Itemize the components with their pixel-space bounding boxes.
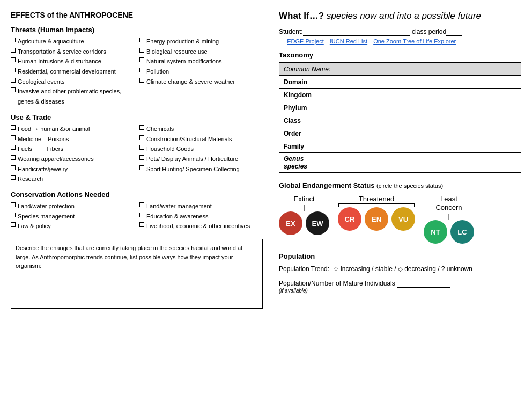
checkbox-icon	[11, 57, 16, 62]
table-row: Family	[279, 140, 521, 153]
use-col2: Chemicals Construction/Structural Materi…	[139, 124, 263, 184]
checkbox-icon	[11, 87, 16, 92]
taxonomy-table: Common Name: Domain Kingdom Phylum Class…	[279, 62, 521, 173]
list-item: Construction/Structural Materials	[139, 134, 263, 144]
list-item: Agriculture & aquaculture	[11, 36, 134, 47]
checkbox-icon	[11, 165, 16, 170]
checkbox-icon	[11, 68, 16, 72]
one-zoom-link[interactable]: One Zoom Tree of Life Explorer	[373, 38, 456, 45]
list-item: Chemicals	[139, 124, 263, 134]
checkbox-icon	[139, 165, 144, 170]
status-badge-ew: EW	[306, 211, 329, 235]
page-title: What If…? species now and into a possibl…	[279, 11, 521, 21]
order-label: Order	[279, 127, 333, 140]
least-concern-tick: |	[448, 213, 449, 220]
endangerment-section: Global Endangerment Status (circle the s…	[279, 181, 521, 244]
list-item: Biological resource use	[139, 47, 263, 57]
checkbox-icon	[11, 202, 16, 207]
order-value[interactable]	[333, 127, 521, 140]
list-item: Wearing apparel/accessories	[11, 154, 134, 164]
class-period-label: class period	[412, 28, 446, 35]
endangerment-note: (circle the species status)	[376, 182, 443, 189]
list-item: Research	[11, 174, 134, 184]
list-item: Handicrafts/jewelry	[11, 164, 134, 174]
list-item: Invasive and other problematic species, …	[11, 86, 134, 106]
left-panel: EFFECTS of the ANTHROPOCENE Threats (Hum…	[11, 11, 263, 391]
list-item: Residential, commercial development	[11, 67, 134, 77]
edge-project-link[interactable]: EDGE Project	[287, 38, 323, 45]
list-item: Household Goods	[139, 144, 263, 154]
population-title: Population	[279, 252, 521, 260]
list-item: Land/water management	[139, 201, 263, 211]
population-number-label: Population/Number of Mature Individuals	[279, 280, 395, 287]
iucn-red-list-link[interactable]: IUCN Red List	[330, 38, 367, 45]
threatened-label: Threatened	[359, 195, 395, 203]
list-item: Pets/ Display Animals / Horticulture	[139, 154, 263, 164]
family-value[interactable]	[333, 140, 521, 153]
class-period-field[interactable]	[446, 28, 462, 36]
genus-species-label: Genus species	[279, 153, 333, 173]
threats-title: Threats (Human Impacts)	[11, 26, 263, 34]
title-bold: What If…?	[279, 11, 324, 21]
status-badge-en: EN	[365, 207, 388, 231]
reflection-prompt: Describe the changes that are currently …	[16, 245, 242, 269]
conservation-col1: Land/water protection Species management…	[11, 201, 134, 231]
checkbox-icon	[11, 145, 16, 150]
domain-value[interactable]	[333, 76, 521, 89]
use-col1: Food → human &/or animal Medicine Poison…	[11, 124, 134, 184]
checkbox-icon	[139, 155, 144, 160]
checkbox-icon	[11, 175, 16, 180]
checkbox-icon	[11, 213, 16, 217]
links-row: EDGE Project IUCN Red List One Zoom Tree…	[279, 38, 521, 45]
checkbox-icon	[139, 78, 144, 83]
checkbox-icon	[139, 48, 144, 53]
page: EFFECTS of the ANTHROPOCENE Threats (Hum…	[0, 0, 532, 402]
extinct-tick: |	[303, 204, 305, 211]
threats-col2: Energy production & mining Biological re…	[139, 36, 263, 107]
list-item: Land/water protection	[11, 201, 134, 211]
status-badge-cr: CR	[338, 207, 361, 231]
table-row: Phylum	[279, 101, 521, 114]
phylum-value[interactable]	[333, 101, 521, 114]
checkbox-icon	[11, 135, 16, 140]
extinct-group: Extinct | EX EW	[279, 195, 329, 235]
list-item: Geological events	[11, 77, 134, 87]
kingdom-label: Kingdom	[279, 89, 333, 101]
checkbox-icon	[11, 78, 16, 83]
checkbox-icon	[11, 38, 16, 42]
table-row: Order	[279, 127, 521, 140]
genus-species-value[interactable]	[333, 153, 521, 173]
reflection-box[interactable]: Describe the changes that are currently …	[11, 239, 263, 309]
table-row: Class	[279, 114, 521, 127]
population-number-row: Population/Number of Mature Individuals	[279, 280, 521, 288]
population-number-field[interactable]	[397, 280, 450, 288]
checkbox-icon	[11, 155, 16, 160]
checkbox-icon	[139, 135, 144, 140]
endangerment-header: Global Endangerment Status (circle the s…	[279, 181, 521, 189]
least-concern-group: LeastConcern | NT LC	[424, 195, 474, 244]
threats-col1: Agriculture & aquaculture Transportation…	[11, 36, 134, 107]
checkbox-icon	[11, 125, 16, 130]
threatened-circles: CR EN VU	[338, 207, 415, 231]
list-item: Energy production & mining	[139, 36, 263, 47]
class-label: Class	[279, 114, 333, 127]
domain-label: Domain	[279, 76, 333, 89]
extinct-label: Extinct	[293, 195, 314, 203]
use-trade-title: Use & Trade	[11, 113, 263, 121]
population-trend-options: ☆ increasing / stable / ◇ decreasing / ?…	[333, 265, 472, 273]
list-item: Education & awareness	[139, 211, 263, 222]
status-badge-vu: VU	[391, 207, 415, 231]
student-label: Student:	[279, 28, 303, 35]
checkbox-icon	[139, 145, 144, 150]
phylum-label: Phylum	[279, 101, 333, 114]
list-item: Law & policy	[11, 221, 134, 231]
checkbox-icon	[11, 48, 16, 53]
population-trend: Population Trend: ☆ increasing / stable …	[279, 264, 521, 275]
kingdom-value[interactable]	[333, 89, 521, 101]
class-value[interactable]	[333, 114, 521, 127]
student-name-field[interactable]	[303, 28, 410, 36]
endangerment-title: Global Endangerment Status	[279, 181, 374, 189]
status-badge-lc: LC	[450, 220, 474, 244]
list-item: Species management	[11, 211, 134, 222]
list-item: Pollution	[139, 67, 263, 77]
